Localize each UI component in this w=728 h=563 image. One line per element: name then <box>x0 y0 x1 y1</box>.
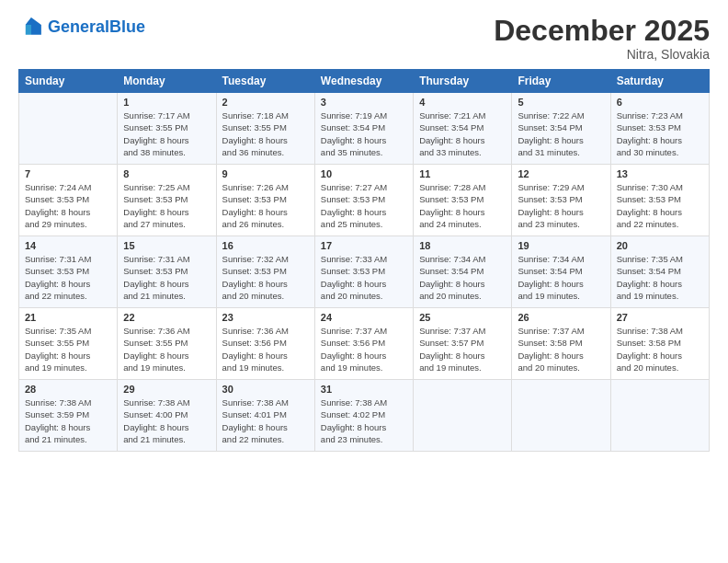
day-number: 19 <box>518 240 604 251</box>
day-info: Sunrise: 7:24 AM Sunset: 3:53 PM Dayligh… <box>25 181 111 230</box>
week-row-3: 21Sunrise: 7:35 AM Sunset: 3:55 PM Dayli… <box>19 308 710 380</box>
cell-0-0 <box>19 93 118 165</box>
day-number: 24 <box>321 312 407 323</box>
col-thursday: Thursday <box>414 70 512 93</box>
day-info: Sunrise: 7:28 AM Sunset: 3:53 PM Dayligh… <box>419 181 506 230</box>
col-sunday: Sunday <box>19 70 118 93</box>
logo-icon <box>18 15 44 40</box>
day-info: Sunrise: 7:38 AM Sunset: 3:59 PM Dayligh… <box>25 396 111 445</box>
cell-3-0: 21Sunrise: 7:35 AM Sunset: 3:55 PM Dayli… <box>19 308 118 380</box>
day-number: 28 <box>25 384 111 395</box>
header-row: Sunday Monday Tuesday Wednesday Thursday… <box>19 70 710 93</box>
cell-0-6: 6Sunrise: 7:23 AM Sunset: 3:53 PM Daylig… <box>610 93 709 165</box>
cell-4-4 <box>414 380 512 452</box>
day-info: Sunrise: 7:34 AM Sunset: 3:54 PM Dayligh… <box>518 253 604 302</box>
day-info: Sunrise: 7:34 AM Sunset: 3:54 PM Dayligh… <box>419 253 506 302</box>
cell-3-5: 26Sunrise: 7:37 AM Sunset: 3:58 PM Dayli… <box>512 308 610 380</box>
cell-0-2: 2Sunrise: 7:18 AM Sunset: 3:55 PM Daylig… <box>216 93 314 165</box>
day-number: 30 <box>222 384 309 395</box>
title-block: December 2025 Nitra, Slovakia <box>494 15 710 62</box>
week-row-1: 7Sunrise: 7:24 AM Sunset: 3:53 PM Daylig… <box>19 165 710 236</box>
day-number: 31 <box>321 384 407 395</box>
day-number: 2 <box>222 97 309 108</box>
day-info: Sunrise: 7:38 AM Sunset: 3:58 PM Dayligh… <box>617 325 703 373</box>
svg-marker-2 <box>26 17 31 25</box>
cell-1-1: 8Sunrise: 7:25 AM Sunset: 3:53 PM Daylig… <box>118 165 216 236</box>
day-info: Sunrise: 7:18 AM Sunset: 3:55 PM Dayligh… <box>222 109 309 158</box>
day-number: 27 <box>617 312 703 323</box>
calendar-body: 1Sunrise: 7:17 AM Sunset: 3:55 PM Daylig… <box>19 93 710 452</box>
day-number: 6 <box>617 97 703 108</box>
day-info: Sunrise: 7:17 AM Sunset: 3:55 PM Dayligh… <box>123 109 210 158</box>
cell-4-5 <box>512 380 610 452</box>
day-number: 11 <box>419 168 506 179</box>
cell-4-2: 30Sunrise: 7:38 AM Sunset: 4:01 PM Dayli… <box>216 380 314 452</box>
logo-general: General <box>48 17 109 36</box>
col-wednesday: Wednesday <box>314 70 413 93</box>
cell-2-4: 18Sunrise: 7:34 AM Sunset: 3:54 PM Dayli… <box>414 236 512 308</box>
header: GeneralBlue December 2025 Nitra, Slovaki… <box>18 15 710 62</box>
cell-2-0: 14Sunrise: 7:31 AM Sunset: 3:53 PM Dayli… <box>19 236 118 308</box>
day-info: Sunrise: 7:21 AM Sunset: 3:54 PM Dayligh… <box>419 109 506 158</box>
day-number: 4 <box>419 97 506 108</box>
day-info: Sunrise: 7:37 AM Sunset: 3:56 PM Dayligh… <box>321 325 407 373</box>
cell-1-3: 10Sunrise: 7:27 AM Sunset: 3:53 PM Dayli… <box>314 165 413 236</box>
day-number: 7 <box>25 168 111 179</box>
day-info: Sunrise: 7:25 AM Sunset: 3:53 PM Dayligh… <box>123 181 210 230</box>
day-number: 25 <box>419 312 506 323</box>
day-number: 9 <box>222 168 309 179</box>
day-info: Sunrise: 7:36 AM Sunset: 3:55 PM Dayligh… <box>123 325 210 373</box>
day-number: 3 <box>321 97 407 108</box>
cell-1-0: 7Sunrise: 7:24 AM Sunset: 3:53 PM Daylig… <box>19 165 118 236</box>
week-row-0: 1Sunrise: 7:17 AM Sunset: 3:55 PM Daylig… <box>19 93 710 165</box>
day-number: 10 <box>321 168 407 179</box>
cell-2-6: 20Sunrise: 7:35 AM Sunset: 3:54 PM Dayli… <box>610 236 709 308</box>
day-number: 23 <box>222 312 309 323</box>
day-number: 18 <box>419 240 506 251</box>
svg-marker-0 <box>31 17 41 35</box>
col-monday: Monday <box>118 70 216 93</box>
day-info: Sunrise: 7:38 AM Sunset: 4:00 PM Dayligh… <box>123 396 210 445</box>
cell-0-3: 3Sunrise: 7:19 AM Sunset: 3:54 PM Daylig… <box>314 93 413 165</box>
day-info: Sunrise: 7:31 AM Sunset: 3:53 PM Dayligh… <box>25 253 111 302</box>
page: GeneralBlue December 2025 Nitra, Slovaki… <box>0 0 728 563</box>
day-info: Sunrise: 7:38 AM Sunset: 4:02 PM Dayligh… <box>321 396 407 445</box>
day-info: Sunrise: 7:33 AM Sunset: 3:53 PM Dayligh… <box>321 253 407 302</box>
day-number: 5 <box>518 97 604 108</box>
day-info: Sunrise: 7:31 AM Sunset: 3:53 PM Dayligh… <box>123 253 210 302</box>
logo-text: GeneralBlue <box>48 18 145 37</box>
day-info: Sunrise: 7:27 AM Sunset: 3:53 PM Dayligh… <box>321 181 407 230</box>
col-tuesday: Tuesday <box>216 70 314 93</box>
day-number: 8 <box>123 168 210 179</box>
day-number: 26 <box>518 312 604 323</box>
day-info: Sunrise: 7:29 AM Sunset: 3:53 PM Dayligh… <box>518 181 604 230</box>
cell-1-4: 11Sunrise: 7:28 AM Sunset: 3:53 PM Dayli… <box>414 165 512 236</box>
day-info: Sunrise: 7:19 AM Sunset: 3:54 PM Dayligh… <box>321 109 407 158</box>
day-info: Sunrise: 7:26 AM Sunset: 3:53 PM Dayligh… <box>222 181 309 230</box>
cell-3-3: 24Sunrise: 7:37 AM Sunset: 3:56 PM Dayli… <box>314 308 413 380</box>
cell-1-6: 13Sunrise: 7:30 AM Sunset: 3:53 PM Dayli… <box>610 165 709 236</box>
calendar-table: Sunday Monday Tuesday Wednesday Thursday… <box>18 69 710 452</box>
day-info: Sunrise: 7:38 AM Sunset: 4:01 PM Dayligh… <box>222 396 309 445</box>
cell-2-1: 15Sunrise: 7:31 AM Sunset: 3:53 PM Dayli… <box>118 236 216 308</box>
col-saturday: Saturday <box>610 70 709 93</box>
cell-2-2: 16Sunrise: 7:32 AM Sunset: 3:53 PM Dayli… <box>216 236 314 308</box>
cell-3-4: 25Sunrise: 7:37 AM Sunset: 3:57 PM Dayli… <box>414 308 512 380</box>
cell-1-2: 9Sunrise: 7:26 AM Sunset: 3:53 PM Daylig… <box>216 165 314 236</box>
cell-4-3: 31Sunrise: 7:38 AM Sunset: 4:02 PM Dayli… <box>314 380 413 452</box>
day-info: Sunrise: 7:36 AM Sunset: 3:56 PM Dayligh… <box>222 325 309 373</box>
day-info: Sunrise: 7:30 AM Sunset: 3:53 PM Dayligh… <box>617 181 703 230</box>
day-info: Sunrise: 7:35 AM Sunset: 3:55 PM Dayligh… <box>25 325 111 373</box>
cell-0-5: 5Sunrise: 7:22 AM Sunset: 3:54 PM Daylig… <box>512 93 610 165</box>
day-number: 17 <box>321 240 407 251</box>
day-number: 21 <box>25 312 111 323</box>
day-info: Sunrise: 7:23 AM Sunset: 3:53 PM Dayligh… <box>617 109 703 158</box>
subtitle: Nitra, Slovakia <box>494 47 710 62</box>
cell-4-6 <box>610 380 709 452</box>
day-number: 20 <box>617 240 703 251</box>
cell-3-1: 22Sunrise: 7:36 AM Sunset: 3:55 PM Dayli… <box>118 308 216 380</box>
cell-2-3: 17Sunrise: 7:33 AM Sunset: 3:53 PM Dayli… <box>314 236 413 308</box>
col-friday: Friday <box>512 70 610 93</box>
day-number: 16 <box>222 240 309 251</box>
day-number: 15 <box>123 240 210 251</box>
